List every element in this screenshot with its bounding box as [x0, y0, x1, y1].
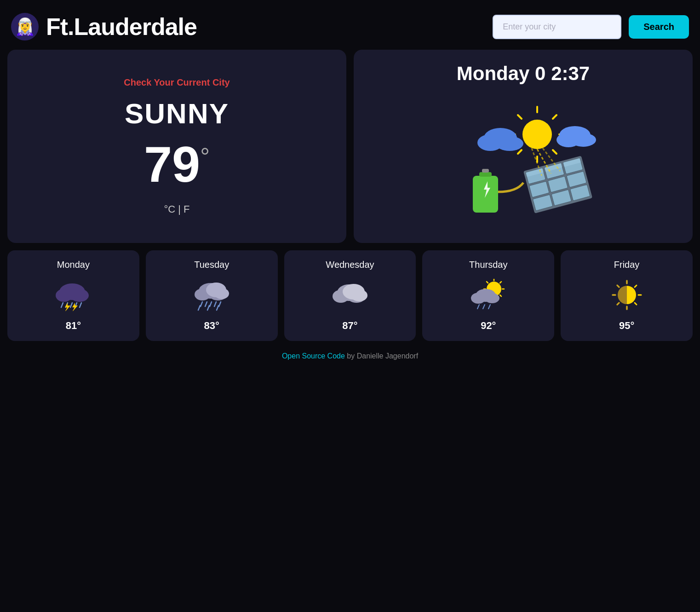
- svg-point-11: [496, 136, 523, 151]
- svg-point-37: [70, 289, 89, 302]
- svg-line-8: [553, 150, 557, 154]
- svg-marker-43: [65, 303, 70, 311]
- svg-line-52: [210, 302, 212, 306]
- svg-line-56: [207, 306, 209, 310]
- forecast-icon-friday: [608, 277, 645, 313]
- forecast-icon-wednesday: [332, 277, 368, 313]
- search-input[interactable]: [493, 15, 621, 39]
- main-grid: Check Your Current City SUNNY 79 ° °C | …: [7, 50, 693, 243]
- svg-line-68: [487, 282, 488, 283]
- svg-point-74: [485, 293, 499, 303]
- svg-point-73: [471, 293, 486, 304]
- svg-line-77: [488, 305, 490, 309]
- city-label: Check Your Current City: [124, 77, 230, 88]
- temp-number: 79: [144, 139, 200, 190]
- temp-degree-symbol: °: [200, 144, 210, 168]
- forecast-temp-monday: 81°: [66, 320, 81, 332]
- forecast-day-thursday: Thursday: [469, 260, 507, 270]
- solar-time-card: Monday 0 2:37: [354, 50, 693, 243]
- forecast-thursday: Thursday: [422, 250, 554, 341]
- unit-toggle[interactable]: °C | F: [164, 203, 189, 215]
- search-button[interactable]: Search: [629, 15, 689, 39]
- svg-point-62: [351, 289, 367, 301]
- svg-line-57: [217, 306, 218, 310]
- forecast-day-friday: Friday: [614, 260, 640, 270]
- svg-rect-30: [482, 169, 489, 173]
- weather-condition: SUNNY: [125, 97, 229, 130]
- svg-line-94: [617, 303, 619, 305]
- svg-line-71: [500, 295, 501, 296]
- forecast-temp-friday: 95°: [619, 320, 634, 332]
- svg-line-89: [635, 303, 637, 305]
- forecast-monday: Monday 81°: [7, 250, 139, 341]
- svg-line-87: [635, 285, 637, 287]
- svg-line-6: [553, 115, 557, 119]
- solar-illustration: [367, 94, 680, 230]
- svg-line-53: [214, 302, 216, 306]
- forecast-temp-thursday: 92°: [481, 320, 496, 332]
- forecast-day-tuesday: Tuesday: [194, 260, 229, 270]
- forecast-temp-wednesday: 87°: [342, 320, 357, 332]
- svg-line-51: [205, 302, 207, 306]
- svg-rect-29: [479, 172, 492, 177]
- svg-line-5: [518, 115, 522, 119]
- svg-line-75: [477, 305, 479, 309]
- forecast-day-wednesday: Wednesday: [326, 260, 374, 270]
- svg-line-93: [617, 285, 619, 287]
- svg-point-0: [522, 120, 552, 149]
- svg-line-42: [80, 303, 81, 307]
- svg-line-54: [219, 302, 221, 306]
- forecast-icon-tuesday: [193, 277, 230, 313]
- forecast-temp-tuesday: 83°: [204, 320, 219, 332]
- svg-line-40: [70, 303, 72, 307]
- svg-rect-28: [473, 176, 498, 213]
- forecast-tuesday: Tuesday: [146, 250, 278, 341]
- footer-author: by Danielle Jagendorf: [347, 352, 418, 360]
- footer: Open Source Code by Danielle Jagendorf: [7, 341, 693, 371]
- forecast-day-monday: Monday: [57, 260, 90, 270]
- svg-line-7: [518, 150, 522, 154]
- svg-line-38: [61, 303, 63, 307]
- svg-point-49: [214, 288, 229, 299]
- solar-panel-icon: [450, 102, 597, 222]
- svg-line-50: [201, 302, 202, 306]
- footer-link[interactable]: Open Source Code: [282, 352, 347, 360]
- forecast-icon-monday: [55, 277, 92, 313]
- svg-line-76: [483, 305, 485, 309]
- current-weather-card: Check Your Current City SUNNY 79 ° °C | …: [7, 50, 346, 243]
- forecast-grid: Monday 81° Tu: [7, 250, 693, 341]
- city-title: Ft.Lauderdale: [46, 13, 485, 40]
- svg-line-69: [500, 282, 501, 283]
- open-source-link[interactable]: Open Source Code: [282, 352, 345, 360]
- forecast-friday: Friday: [561, 250, 693, 341]
- svg-line-55: [198, 306, 200, 310]
- forecast-wednesday: Wednesday 87°: [284, 250, 416, 341]
- logo-emoji: 🧝‍♀️: [15, 17, 35, 36]
- time-display: Monday 0 2:37: [367, 63, 680, 85]
- app-logo: 🧝‍♀️: [11, 13, 39, 40]
- forecast-icon-thursday: [470, 277, 507, 313]
- svg-point-14: [570, 133, 596, 147]
- svg-point-36: [56, 289, 72, 302]
- temperature-display: 79 °: [144, 139, 210, 190]
